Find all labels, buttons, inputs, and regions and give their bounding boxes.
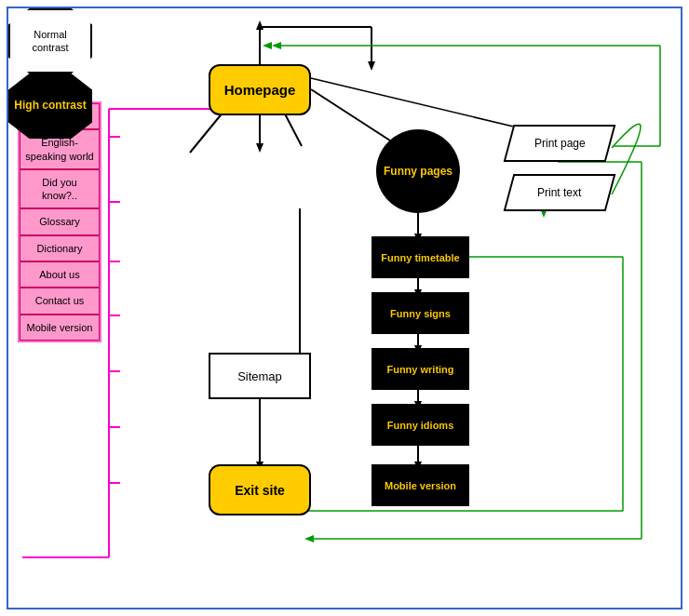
- sidebar-item-did-you-know[interactable]: Did you know?..: [20, 169, 100, 209]
- funny-idioms-node[interactable]: Funny idioms: [372, 404, 469, 446]
- funny-timetable-node[interactable]: Funny timetable: [372, 236, 469, 278]
- print-page-node[interactable]: Print page: [504, 125, 616, 162]
- sidebar-item-contact-us[interactable]: Contact us: [20, 288, 100, 314]
- normal-contrast-node[interactable]: Normal contrast: [8, 8, 92, 74]
- print-text-node[interactable]: Print text: [504, 174, 616, 211]
- high-contrast-node[interactable]: High contrast: [8, 74, 92, 139]
- svg-marker-48: [272, 42, 281, 49]
- funny-signs-node[interactable]: Funny signs: [372, 292, 469, 334]
- exit-site-node[interactable]: Exit site: [209, 464, 311, 516]
- sidebar-item-dictionary[interactable]: Dictionary: [20, 235, 100, 261]
- svg-marker-17: [368, 61, 375, 71]
- svg-marker-44: [304, 535, 314, 542]
- funny-pages-node[interactable]: Funny pages: [376, 129, 460, 213]
- arrows-overlay: [8, 8, 681, 608]
- svg-line-39: [311, 78, 525, 129]
- homepage-node[interactable]: Homepage: [209, 64, 311, 115]
- svg-marker-53: [263, 42, 272, 49]
- sitemap-node[interactable]: Sitemap: [209, 353, 311, 399]
- mobile-version-funny-node[interactable]: Mobile version: [372, 464, 469, 506]
- svg-marker-14: [256, 20, 263, 30]
- sidebar-item-about-us[interactable]: About us: [20, 261, 100, 288]
- sidebar-item-glossary[interactable]: Glossary: [20, 208, 100, 234]
- sidebar-item-mobile-version[interactable]: Mobile version: [20, 315, 100, 341]
- main-container: About this site English-speaking world D…: [7, 7, 682, 609]
- funny-writing-node[interactable]: Funny writing: [372, 348, 469, 390]
- svg-marker-12: [256, 143, 263, 153]
